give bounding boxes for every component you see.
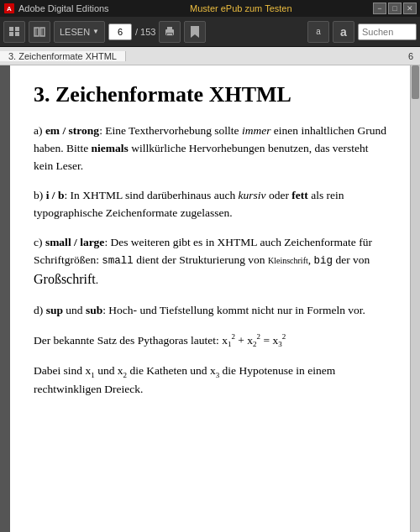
library-grid-button[interactable] — [3, 21, 25, 43]
page-number-input[interactable] — [108, 23, 132, 40]
paragraph-d: d) sup und sub: Hoch- und Tiefstellung k… — [34, 302, 386, 320]
app-title: Adobe Digital Editions — [18, 3, 109, 13]
svg-marker-10 — [191, 26, 199, 38]
chapter-title: 3. Zeichenformate XHTML — [34, 82, 386, 107]
window-title: Muster ePub zum Testen — [109, 3, 373, 13]
sub-k2: 2 — [123, 370, 128, 378]
font-increase-button[interactable]: a — [333, 21, 354, 43]
sub-2: 2 — [253, 340, 257, 348]
bookshelf-button[interactable] — [29, 21, 50, 43]
printer-icon — [164, 26, 176, 38]
paragraph-b: b) i / b: In XHTML sind darüberhinaus au… — [34, 187, 386, 222]
svg-rect-9 — [167, 34, 172, 35]
large-text-example: Großschrift — [34, 272, 96, 286]
svg-text:A: A — [7, 5, 12, 13]
small-text-example: Kleinschrift — [268, 256, 308, 265]
print-button[interactable] — [159, 21, 181, 43]
dropdown-arrow-icon: ▼ — [92, 28, 99, 35]
tab-strip-inner: 3. Zeichenformate XHTML 6 — [0, 47, 420, 65]
inline-code-big: big — [314, 255, 333, 267]
sup-2c: 2 — [282, 332, 286, 341]
sub-k1: 1 — [91, 370, 95, 378]
restore-button[interactable]: □ — [388, 3, 402, 14]
read-label: LESEN — [60, 27, 90, 37]
window-controls: − □ ✕ — [373, 3, 417, 14]
read-mode-button[interactable]: LESEN ▼ — [54, 21, 105, 43]
tab-label: 3. Zeichenformate XHTML — [8, 51, 117, 61]
page-content: 3. Zeichenformate XHTML a) em / strong: … — [10, 65, 410, 532]
minimize-button[interactable]: − — [373, 3, 386, 14]
tab-strip: 3. Zeichenformate XHTML 6 — [0, 47, 420, 65]
app-icon: A — [3, 3, 15, 14]
title-bar-left: A Adobe Digital Editions — [3, 3, 109, 14]
scrollbar[interactable] — [410, 65, 420, 532]
bookmark-button[interactable] — [184, 21, 206, 43]
left-sidebar — [0, 65, 10, 532]
sup-2a: 2 — [231, 332, 235, 341]
sub-3: 3 — [278, 340, 282, 348]
close-button[interactable]: ✕ — [403, 3, 417, 14]
sup-2b: 2 — [257, 332, 261, 341]
chapter-tab[interactable]: 3. Zeichenformate XHTML — [0, 51, 126, 61]
inline-code-small: small — [102, 255, 134, 267]
paragraph-c: c) small / large: Des weiteren gibt es i… — [34, 234, 386, 290]
grid-icon — [9, 27, 19, 37]
tab-page-number: 6 — [408, 51, 420, 61]
sub-k3: 3 — [216, 370, 220, 378]
search-input[interactable] — [358, 23, 417, 40]
page-total: / 153 — [135, 27, 155, 37]
paragraph-katheten: Dabei sind x1 und x2 die Katheten und x3… — [34, 362, 386, 399]
paragraph-pythagoras: Der bekannte Satz des Pythagoras lautet:… — [34, 331, 386, 351]
content-wrapper: 3. Zeichenformate XHTML a) em / strong: … — [0, 65, 420, 532]
scrollbar-thumb[interactable] — [412, 65, 419, 99]
title-bar: A Adobe Digital Editions Muster ePub zum… — [0, 0, 420, 17]
toolbar: LESEN ▼ / 153 a a — [0, 17, 420, 47]
font-decrease-button[interactable]: a — [307, 21, 329, 43]
bookshelf-icon — [34, 26, 45, 38]
paragraph-a: a) em / strong: Eine Texthervorhebung so… — [34, 123, 386, 175]
svg-rect-7 — [167, 27, 172, 30]
bookmark-icon — [191, 26, 199, 38]
sub-1: 1 — [228, 340, 232, 348]
